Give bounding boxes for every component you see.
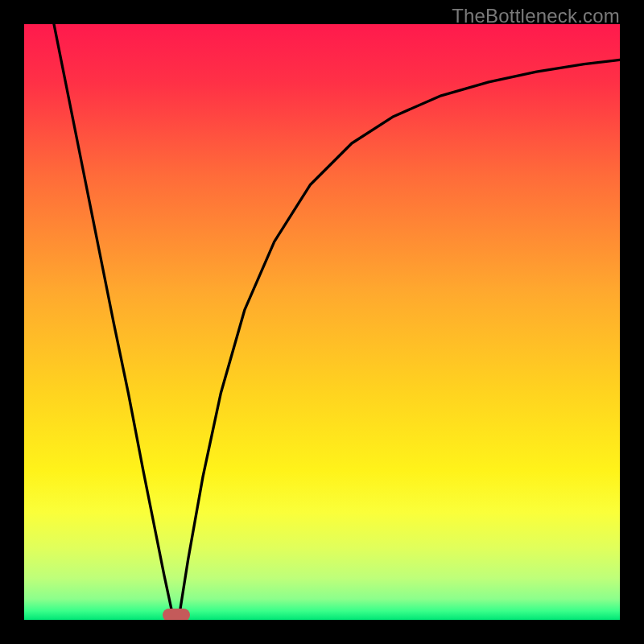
watermark-text: TheBottleneck.com <box>452 5 620 27</box>
chart-frame: TheBottleneck.com <box>0 0 644 644</box>
plot-area <box>24 24 620 620</box>
optimal-point-marker <box>163 609 190 620</box>
bottleneck-curve <box>24 24 620 620</box>
